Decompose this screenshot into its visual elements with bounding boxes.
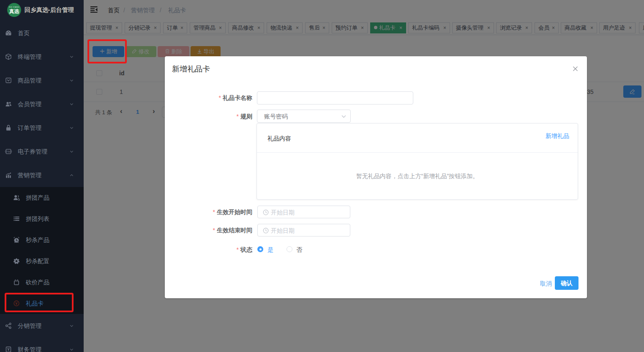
svg-text:%: % bbox=[7, 150, 10, 153]
